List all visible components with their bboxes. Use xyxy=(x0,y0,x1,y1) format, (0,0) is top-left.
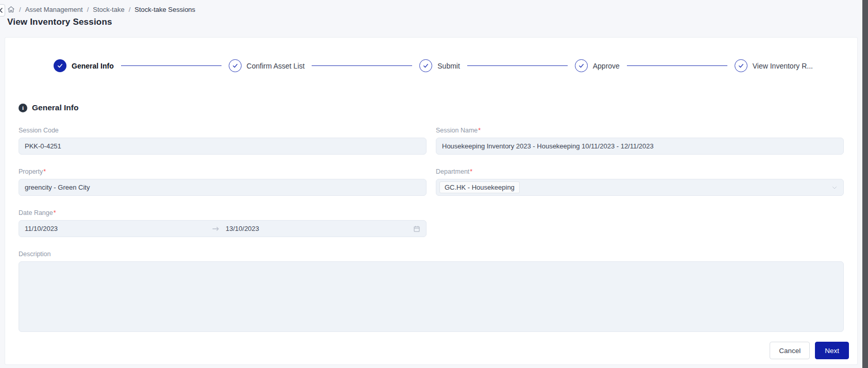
step-connector xyxy=(467,65,568,66)
calendar-icon xyxy=(413,225,420,232)
date-range-label: Date Range* xyxy=(19,209,427,216)
step-connector xyxy=(627,65,727,66)
page-scrollbar[interactable] xyxy=(862,0,868,368)
field-session-name: Session Name* Housekeeping Inventory 202… xyxy=(436,127,844,155)
property-input[interactable]: greencity - Green City xyxy=(19,179,427,196)
form-footer: Cancel Next xyxy=(770,342,849,359)
date-range-end[interactable]: 13/10/2023 xyxy=(219,225,413,232)
general-info-form: Session Code PKK-0-4251 Session Name* Ho… xyxy=(13,127,849,332)
home-icon[interactable] xyxy=(7,6,15,13)
session-name-value: Housekeeping Inventory 2023 - Housekeepi… xyxy=(442,142,654,150)
page-title: View Inventory Sessions xyxy=(7,17,854,27)
department-select[interactable]: GC.HK - Housekeeping xyxy=(436,179,844,196)
session-code-input[interactable]: PKK-0-4251 xyxy=(19,138,427,155)
step-approve[interactable]: Approve xyxy=(575,59,620,72)
info-icon: i xyxy=(19,104,27,112)
department-tag: GC.HK - Housekeeping xyxy=(439,181,520,194)
check-icon xyxy=(419,59,432,72)
step-label: Confirm Asset List xyxy=(247,62,305,70)
section-title: General Info xyxy=(32,103,78,112)
stepper: General Info Confirm Asset List Submit xyxy=(54,59,813,72)
field-department: Department* GC.HK - Housekeeping xyxy=(436,168,844,196)
step-label: Submit xyxy=(437,62,460,70)
step-label: View Inventory R... xyxy=(753,62,813,70)
section-header: i General Info xyxy=(13,103,849,112)
field-property: Property* greencity - Green City xyxy=(19,168,427,196)
check-icon xyxy=(229,59,242,72)
breadcrumb-separator: / xyxy=(19,6,21,13)
field-spacer xyxy=(436,209,844,237)
step-label: Approve xyxy=(593,62,620,70)
required-asterisk: * xyxy=(43,168,46,175)
chevron-left-icon xyxy=(0,8,3,13)
step-view-inventory-result[interactable]: View Inventory R... xyxy=(735,59,813,72)
session-code-value: PKK-0-4251 xyxy=(25,142,61,150)
property-value: greencity - Green City xyxy=(25,183,90,191)
description-label: Description xyxy=(19,250,844,258)
breadcrumb-stock-take[interactable]: Stock-take xyxy=(93,6,124,13)
check-icon xyxy=(54,59,66,72)
page: / Asset Management / Stock-take / Stock-… xyxy=(0,0,862,368)
breadcrumb-separator: / xyxy=(87,6,89,13)
session-name-input[interactable]: Housekeeping Inventory 2023 - Housekeepi… xyxy=(436,138,844,155)
breadcrumb-stock-take-sessions[interactable]: Stock-take Sessions xyxy=(134,6,195,13)
step-general-info[interactable]: General Info xyxy=(54,59,114,72)
required-asterisk: * xyxy=(470,168,472,175)
check-icon xyxy=(575,59,588,72)
date-range-start[interactable]: 11/10/2023 xyxy=(25,225,212,232)
required-asterisk: * xyxy=(54,209,56,216)
department-label: Department* xyxy=(436,168,844,175)
breadcrumb-asset-management[interactable]: Asset Management xyxy=(25,6,83,13)
step-confirm-asset-list[interactable]: Confirm Asset List xyxy=(229,59,305,72)
arrow-right-icon xyxy=(212,226,219,231)
property-label: Property* xyxy=(19,168,427,175)
breadcrumb-separator: / xyxy=(129,6,131,13)
step-connector xyxy=(312,65,412,66)
sidebar-collapse-button[interactable] xyxy=(0,4,5,16)
page-header: / Asset Management / Stock-take / Stock-… xyxy=(0,0,862,27)
step-label: General Info xyxy=(72,62,114,70)
step-connector xyxy=(121,65,222,66)
field-description: Description xyxy=(19,250,844,332)
session-name-label: Session Name* xyxy=(436,127,844,134)
cancel-button[interactable]: Cancel xyxy=(770,342,810,359)
date-range-input[interactable]: 11/10/2023 13/10/2023 xyxy=(19,220,427,237)
next-button[interactable]: Next xyxy=(815,342,849,359)
field-date-range: Date Range* 11/10/2023 13/10/2023 xyxy=(19,209,427,237)
content-card: General Info Confirm Asset List Submit xyxy=(5,38,857,364)
chevron-down-icon xyxy=(831,185,838,191)
check-icon xyxy=(735,59,747,72)
breadcrumb: / Asset Management / Stock-take / Stock-… xyxy=(7,6,854,13)
step-submit[interactable]: Submit xyxy=(419,59,460,72)
session-code-label: Session Code xyxy=(19,127,427,134)
required-asterisk: * xyxy=(478,127,481,134)
field-session-code: Session Code PKK-0-4251 xyxy=(19,127,427,155)
description-textarea[interactable] xyxy=(19,261,844,332)
